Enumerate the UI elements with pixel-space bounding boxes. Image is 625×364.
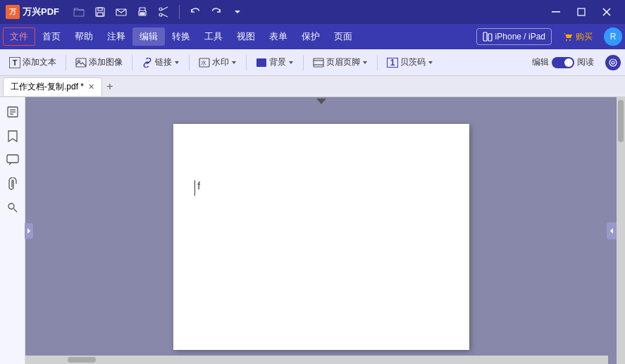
menu-edit[interactable]: 编辑 xyxy=(132,27,165,46)
svg-point-34 xyxy=(8,203,14,209)
add-text-btn[interactable]: T 添加文本 xyxy=(4,54,61,70)
svg-point-17 xyxy=(566,39,567,41)
menu-page[interactable]: 页面 xyxy=(327,27,359,46)
menu-view[interactable]: 视图 xyxy=(230,27,262,46)
bottom-scrollbar[interactable] xyxy=(25,356,608,364)
menu-protect[interactable]: 保护 xyxy=(295,27,327,46)
svg-point-18 xyxy=(569,39,571,41)
menu-home[interactable]: 首页 xyxy=(35,27,68,46)
bottom-scrollbar-thumb[interactable] xyxy=(68,357,96,363)
link-label: 链接 xyxy=(155,56,172,68)
watermark-icon: 水 xyxy=(199,57,210,68)
menu-tools[interactable]: 工具 xyxy=(197,27,230,46)
read-label: 阅读 xyxy=(577,56,594,68)
menu-help[interactable]: 帮助 xyxy=(68,27,100,46)
add-image-btn[interactable]: 添加图像 xyxy=(70,54,128,70)
open-folder-btn[interactable] xyxy=(70,4,87,20)
left-sidebar xyxy=(0,97,25,364)
menubar-right: iPhone / iPad 购买 R xyxy=(476,27,622,46)
iphone-ipad-btn[interactable]: iPhone / iPad xyxy=(476,28,552,45)
menu-file[interactable]: 文件 xyxy=(3,27,35,46)
tab-close-btn[interactable]: ✕ xyxy=(88,82,94,92)
divider xyxy=(179,5,180,19)
svg-rect-33 xyxy=(7,155,18,163)
shop-label: 购买 xyxy=(576,31,593,43)
svg-line-9 xyxy=(162,7,168,10)
svg-rect-2 xyxy=(97,13,103,16)
background-label: 背景 xyxy=(269,56,286,68)
app-logo: 万 万兴PDF xyxy=(6,5,59,19)
sidebar-search-btn[interactable] xyxy=(4,199,22,217)
sidebar-comment-btn[interactable] xyxy=(4,151,22,169)
sidebar-expand-btn[interactable] xyxy=(25,223,33,239)
header-footer-icon xyxy=(313,57,324,68)
email-btn[interactable] xyxy=(113,4,130,20)
undo-btn[interactable] xyxy=(187,4,204,20)
add-text-icon: T xyxy=(9,57,20,68)
window-controls xyxy=(543,0,619,24)
svg-rect-6 xyxy=(140,14,144,15)
down-arrow-btn[interactable] xyxy=(229,4,246,20)
pdf-viewer[interactable]: f xyxy=(25,97,617,364)
svg-rect-1 xyxy=(98,8,102,11)
right-panel-toggle-btn[interactable] xyxy=(607,222,617,239)
svg-rect-23 xyxy=(256,58,266,67)
shop-btn[interactable]: 购买 xyxy=(557,28,598,46)
iphone-ipad-label: iPhone / iPad xyxy=(495,32,545,42)
background-btn[interactable]: 背景 xyxy=(251,54,299,70)
sidebar-pages-btn[interactable] xyxy=(4,103,22,121)
scroll-indicator-top xyxy=(316,99,326,104)
titlebar-tools xyxy=(70,4,246,20)
svg-rect-16 xyxy=(488,34,492,41)
user-avatar[interactable]: R xyxy=(604,27,622,46)
menu-convert[interactable]: 转换 xyxy=(165,27,197,46)
menu-annotation[interactable]: 注释 xyxy=(100,27,132,46)
divider-3 xyxy=(189,55,190,70)
add-image-icon xyxy=(75,57,87,68)
sidebar-attachment-btn[interactable] xyxy=(4,175,22,193)
edit-read-toggle: 编辑 阅读 xyxy=(532,56,594,68)
toggle-track[interactable] xyxy=(552,57,574,68)
header-footer-label: 页眉页脚 xyxy=(326,56,360,68)
link-btn[interactable]: 链接 xyxy=(137,54,185,70)
menu-form[interactable]: 表单 xyxy=(262,27,295,46)
header-footer-btn[interactable]: 页眉页脚 xyxy=(308,54,373,70)
add-image-label: 添加图像 xyxy=(89,56,123,68)
watermark-label: 水印 xyxy=(212,56,229,68)
maximize-btn[interactable] xyxy=(569,0,594,24)
save-btn[interactable] xyxy=(92,4,109,20)
link-icon xyxy=(142,57,153,68)
watermark-btn[interactable]: 水 水印 xyxy=(194,54,242,70)
menubar: 文件 首页 帮助 注释 编辑 转换 工具 视图 表单 保护 页面 iPhone … xyxy=(0,24,625,49)
text-cursor: f xyxy=(194,180,201,196)
svg-rect-11 xyxy=(552,11,560,13)
pdf-page: f xyxy=(173,124,469,350)
right-scrollbar-thumb[interactable] xyxy=(618,100,624,142)
tab-add-btn[interactable]: + xyxy=(102,79,118,94)
sidebar-bookmark-btn[interactable] xyxy=(4,127,22,145)
settings-circle-btn[interactable] xyxy=(605,55,621,70)
tab-document[interactable]: 工作文档-复制.pdf * ✕ xyxy=(3,77,102,96)
print-btn[interactable] xyxy=(134,4,151,20)
toggle-thumb xyxy=(564,58,573,67)
scissors-btn[interactable] xyxy=(155,4,172,20)
titlebar: 万 万兴PDF xyxy=(0,0,625,24)
add-text-label: 添加文本 xyxy=(23,56,56,68)
svg-text:水: 水 xyxy=(201,60,206,66)
svg-point-8 xyxy=(159,13,162,16)
barcode-btn[interactable]: 1 贝茨码 xyxy=(382,54,438,70)
minimize-btn[interactable] xyxy=(543,0,569,24)
svg-line-35 xyxy=(13,209,17,213)
edit-label: 编辑 xyxy=(532,56,549,68)
svg-rect-5 xyxy=(140,13,144,13)
cursor-char: f xyxy=(197,180,200,192)
close-btn[interactable] xyxy=(594,0,619,24)
tabbar: 工作文档-复制.pdf * ✕ + xyxy=(0,76,625,97)
svg-rect-15 xyxy=(483,32,487,41)
divider-4 xyxy=(246,55,247,70)
right-scrollbar[interactable] xyxy=(617,97,625,364)
svg-rect-19 xyxy=(76,58,86,67)
tab-label: 工作文档-复制.pdf * xyxy=(11,81,84,93)
logo-icon: 万 xyxy=(6,5,20,19)
redo-btn[interactable] xyxy=(208,4,225,20)
